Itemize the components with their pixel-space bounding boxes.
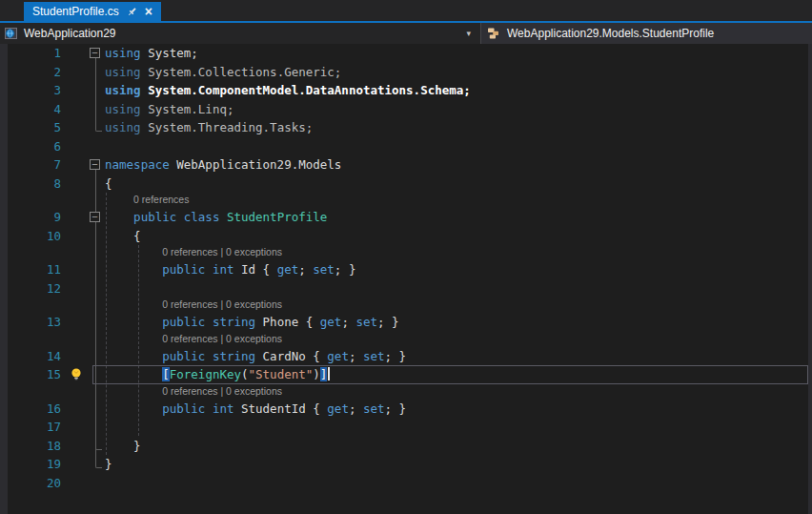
line-number[interactable] <box>0 298 67 313</box>
glyph-margin <box>67 118 88 137</box>
code-row: 17 <box>0 418 812 437</box>
line-number[interactable]: 14 <box>0 347 67 366</box>
line-number[interactable]: 20 <box>0 474 67 493</box>
code-token: Phone { <box>255 315 320 329</box>
code-token: ] <box>320 367 328 381</box>
line-number[interactable]: 9 <box>0 208 67 227</box>
line-number[interactable]: 10 <box>0 227 67 246</box>
code-row: 14 public string CardNo { get; set; } <box>0 347 812 366</box>
code-line[interactable]: [ForeignKey("Student")] <box>103 365 812 384</box>
line-number[interactable]: 3 <box>0 81 67 100</box>
member-dropdown[interactable]: WebApplication29.Models.StudentProfile <box>481 23 812 44</box>
code-line[interactable] <box>103 279 812 298</box>
line-number[interactable]: 17 <box>0 418 67 437</box>
line-number[interactable]: 6 <box>0 137 67 156</box>
line-number[interactable]: 13 <box>0 313 67 332</box>
code-token: StudentId { <box>233 401 327 416</box>
codelens-indicator[interactable]: 0 references <box>103 193 812 208</box>
outlining-margin <box>88 193 103 208</box>
line-number[interactable]: 16 <box>0 400 67 419</box>
code-token: public <box>162 262 205 277</box>
code-line[interactable]: using System.Collections.Generic; <box>103 63 812 82</box>
code-line[interactable] <box>103 137 812 156</box>
line-number[interactable] <box>0 245 67 260</box>
fold-collapse-icon[interactable]: – <box>90 159 100 170</box>
codelens-indicator[interactable]: 0 references | 0 exceptions <box>103 384 812 400</box>
code-editor[interactable]: 1–using System;2using System.Collections… <box>0 44 812 514</box>
code-line[interactable]: } <box>103 437 812 456</box>
outlining-margin <box>88 347 103 366</box>
outlining-margin <box>88 100 103 119</box>
scrollbar[interactable] <box>808 44 812 514</box>
outlining-margin <box>88 365 103 384</box>
line-number[interactable]: 15 <box>0 365 67 384</box>
line-number[interactable]: 18 <box>0 437 67 456</box>
line-number[interactable]: 19 <box>0 455 67 474</box>
outlining-margin <box>88 175 103 194</box>
line-number[interactable] <box>0 332 67 347</box>
quick-actions-lightbulb-icon[interactable] <box>67 365 88 384</box>
outline-region-line <box>95 245 96 260</box>
line-number[interactable]: 2 <box>0 63 67 82</box>
glyph-margin <box>67 155 88 175</box>
line-number[interactable]: 7 <box>0 155 67 175</box>
outlining-margin <box>88 384 103 400</box>
outline-region-line <box>95 365 96 384</box>
code-line[interactable] <box>103 474 812 493</box>
glyph-margin <box>67 44 88 63</box>
code-token: get <box>277 262 299 277</box>
codelens-row: 0 references | 0 exceptions <box>0 298 812 313</box>
code-token: CardNo { <box>255 349 327 363</box>
code-line[interactable]: public int StudentId { get; set; } <box>103 400 812 419</box>
line-number[interactable]: 12 <box>0 279 67 298</box>
fold-collapse-icon[interactable]: – <box>90 212 100 222</box>
code-token: StudentProfile <box>227 210 327 224</box>
codelens-indicator[interactable]: 0 references | 0 exceptions <box>103 298 812 313</box>
code-line[interactable]: public string Phone { get; set; } <box>103 313 812 332</box>
line-number[interactable]: 11 <box>0 260 67 279</box>
code-line[interactable] <box>103 418 812 437</box>
code-line[interactable]: public int Id { get; set; } <box>103 260 812 279</box>
code-token: class <box>184 210 220 224</box>
code-line[interactable]: using System.Linq; <box>103 100 812 119</box>
code-line[interactable]: public class StudentProfile <box>103 208 812 227</box>
line-number[interactable]: 4 <box>0 100 67 119</box>
outline-region-line <box>95 313 96 332</box>
code-line[interactable]: namespace WebApplication29.Models <box>103 155 812 175</box>
line-number[interactable]: 5 <box>0 118 67 137</box>
outline-region-line <box>95 437 102 450</box>
code-line[interactable]: { <box>103 227 812 246</box>
line-number[interactable]: 1 <box>0 44 67 63</box>
code-token <box>176 210 184 224</box>
code-line[interactable]: public string CardNo { get; set; } <box>103 347 812 366</box>
code-token: namespace <box>105 157 170 172</box>
outlining-margin <box>88 313 103 332</box>
class-icon <box>487 27 501 40</box>
code-row: 18 } <box>0 437 812 456</box>
line-number[interactable]: 8 <box>0 175 67 194</box>
fold-collapse-icon[interactable]: – <box>90 48 100 58</box>
close-icon[interactable]: × <box>145 5 152 18</box>
project-dropdown[interactable]: WebApplication29 ▾ <box>0 23 481 44</box>
outlining-margin <box>88 81 103 100</box>
code-row: 3using System.ComponentModel.DataAnnotat… <box>0 81 812 100</box>
line-number[interactable] <box>0 384 67 400</box>
tab-studentprofile[interactable]: StudentProfile.cs × <box>24 2 161 21</box>
glyph-margin <box>67 100 88 119</box>
pin-icon[interactable] <box>127 7 137 17</box>
codelens-indicator[interactable]: 0 references | 0 exceptions <box>103 245 812 260</box>
code-line[interactable]: using System.ComponentModel.DataAnnotati… <box>103 81 812 100</box>
code-line[interactable]: } <box>103 455 812 474</box>
outline-region-line <box>95 400 96 419</box>
code-line[interactable]: using System.Threading.Tasks; <box>103 118 812 137</box>
document-tab-bar: StudentProfile.cs × <box>0 0 812 21</box>
code-line[interactable]: { <box>103 175 812 194</box>
navigation-bar: WebApplication29 ▾ WebApplication29.Mode… <box>0 23 812 44</box>
outlining-margin <box>88 437 103 456</box>
codelens-indicator[interactable]: 0 references | 0 exceptions <box>103 332 812 347</box>
outline-region-line <box>95 81 96 100</box>
outline-region-line <box>95 347 96 366</box>
line-number[interactable] <box>0 193 67 208</box>
code-line[interactable]: using System; <box>103 44 812 63</box>
glyph-margin <box>67 208 88 227</box>
